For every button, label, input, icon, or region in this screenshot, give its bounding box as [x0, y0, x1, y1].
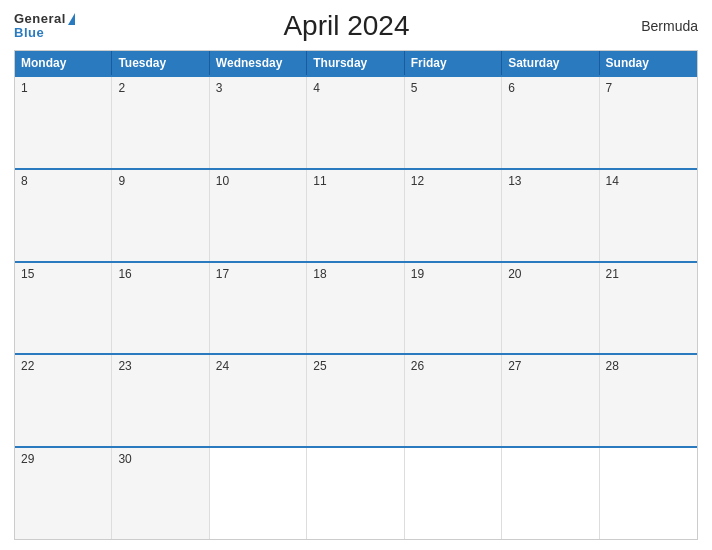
- day-cell: 6: [502, 77, 599, 168]
- page: General Blue April 2024 Bermuda MondayTu…: [0, 0, 712, 550]
- day-cell: 27: [502, 355, 599, 446]
- day-header-monday: Monday: [15, 51, 112, 75]
- day-header-sunday: Sunday: [600, 51, 697, 75]
- day-header-tuesday: Tuesday: [112, 51, 209, 75]
- day-number: 1: [21, 81, 28, 95]
- day-cell: [600, 448, 697, 539]
- day-headers-row: MondayTuesdayWednesdayThursdayFridaySatu…: [15, 51, 697, 75]
- day-number: 7: [606, 81, 613, 95]
- day-header-saturday: Saturday: [502, 51, 599, 75]
- day-cell: 29: [15, 448, 112, 539]
- day-cell: 9: [112, 170, 209, 261]
- logo: General Blue: [14, 12, 75, 41]
- day-number: 28: [606, 359, 619, 373]
- day-cell: 12: [405, 170, 502, 261]
- day-cell: 24: [210, 355, 307, 446]
- day-cell: 28: [600, 355, 697, 446]
- day-cell: [210, 448, 307, 539]
- day-number: 21: [606, 267, 619, 281]
- day-number: 8: [21, 174, 28, 188]
- day-cell: 4: [307, 77, 404, 168]
- day-number: 2: [118, 81, 125, 95]
- day-cell: 25: [307, 355, 404, 446]
- day-header-wednesday: Wednesday: [210, 51, 307, 75]
- header: General Blue April 2024 Bermuda: [14, 10, 698, 42]
- day-number: 29: [21, 452, 34, 466]
- day-number: 19: [411, 267, 424, 281]
- day-cell: 30: [112, 448, 209, 539]
- day-number: 3: [216, 81, 223, 95]
- day-number: 27: [508, 359, 521, 373]
- day-number: 15: [21, 267, 34, 281]
- day-number: 9: [118, 174, 125, 188]
- day-number: 23: [118, 359, 131, 373]
- day-number: 26: [411, 359, 424, 373]
- week-row-3: 15161718192021: [15, 261, 697, 354]
- week-row-1: 1234567: [15, 75, 697, 168]
- region-label: Bermuda: [618, 18, 698, 34]
- day-number: 10: [216, 174, 229, 188]
- logo-triangle-icon: [68, 13, 75, 25]
- logo-general-text: General: [14, 12, 75, 26]
- day-number: 5: [411, 81, 418, 95]
- day-cell: 26: [405, 355, 502, 446]
- day-header-friday: Friday: [405, 51, 502, 75]
- day-cell: 17: [210, 263, 307, 354]
- day-number: 6: [508, 81, 515, 95]
- calendar-title: April 2024: [75, 10, 618, 42]
- day-number: 24: [216, 359, 229, 373]
- day-cell: 15: [15, 263, 112, 354]
- day-cell: 13: [502, 170, 599, 261]
- logo-blue-text: Blue: [14, 26, 75, 40]
- day-cell: 20: [502, 263, 599, 354]
- day-cell: 21: [600, 263, 697, 354]
- day-cell: 14: [600, 170, 697, 261]
- day-number: 25: [313, 359, 326, 373]
- day-number: 18: [313, 267, 326, 281]
- day-cell: 18: [307, 263, 404, 354]
- week-row-4: 22232425262728: [15, 353, 697, 446]
- day-cell: 2: [112, 77, 209, 168]
- day-cell: 10: [210, 170, 307, 261]
- day-cell: [405, 448, 502, 539]
- day-number: 17: [216, 267, 229, 281]
- day-cell: 8: [15, 170, 112, 261]
- day-number: 11: [313, 174, 326, 188]
- day-number: 20: [508, 267, 521, 281]
- day-number: 30: [118, 452, 131, 466]
- day-number: 4: [313, 81, 320, 95]
- weeks-container: 1234567891011121314151617181920212223242…: [15, 75, 697, 539]
- day-number: 14: [606, 174, 619, 188]
- day-cell: 5: [405, 77, 502, 168]
- day-cell: 16: [112, 263, 209, 354]
- day-cell: [502, 448, 599, 539]
- day-number: 16: [118, 267, 131, 281]
- day-cell: 22: [15, 355, 112, 446]
- day-cell: 1: [15, 77, 112, 168]
- day-number: 22: [21, 359, 34, 373]
- day-cell: 23: [112, 355, 209, 446]
- day-header-thursday: Thursday: [307, 51, 404, 75]
- day-cell: 7: [600, 77, 697, 168]
- day-cell: 11: [307, 170, 404, 261]
- week-row-5: 2930: [15, 446, 697, 539]
- calendar: MondayTuesdayWednesdayThursdayFridaySatu…: [14, 50, 698, 540]
- week-row-2: 891011121314: [15, 168, 697, 261]
- day-cell: 19: [405, 263, 502, 354]
- day-cell: [307, 448, 404, 539]
- day-number: 13: [508, 174, 521, 188]
- day-number: 12: [411, 174, 424, 188]
- day-cell: 3: [210, 77, 307, 168]
